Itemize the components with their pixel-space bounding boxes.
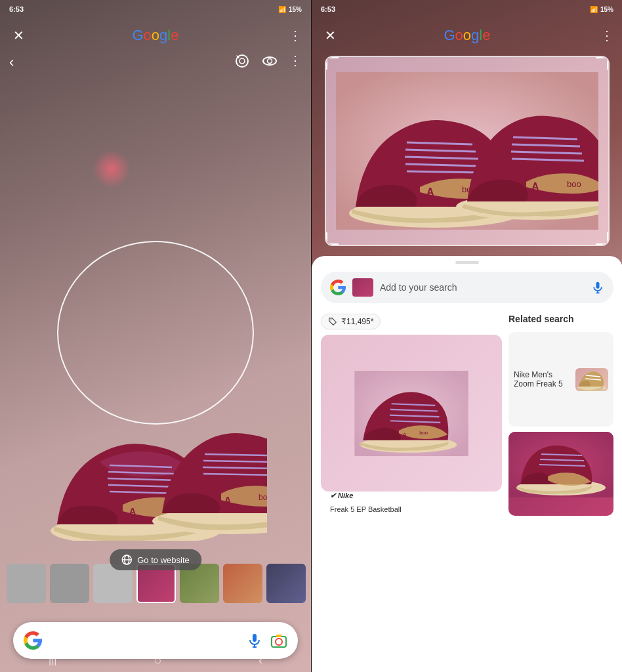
svg-point-3 — [268, 59, 272, 64]
related-shoe-image-2 — [508, 432, 613, 516]
lens-icon[interactable] — [234, 52, 251, 70]
right-battery-text: 15% — [600, 6, 613, 13]
left-back-button[interactable]: ‹ — [9, 54, 14, 71]
right-panel: 6:53 📶 15% ✕ Google ⋮ — [312, 0, 622, 672]
thumb-7[interactable] — [266, 564, 306, 603]
svg-text:A: A — [531, 181, 539, 192]
svg-text:A: A — [426, 186, 434, 198]
left-nav-menu[interactable]: ||| — [49, 654, 56, 666]
pink-glow — [92, 151, 131, 187]
left-camera-icon[interactable] — [270, 632, 287, 649]
svg-rect-44 — [596, 282, 600, 289]
eye-icon[interactable] — [261, 52, 278, 70]
right-selected-image: A boo A boo — [325, 56, 610, 246]
price-badge[interactable]: ₹11,495* — [321, 314, 381, 329]
svg-text:A: A — [224, 495, 231, 505]
bottom-sheet: Add to your search ₹11,495* — [312, 256, 622, 672]
left-results: ₹11,495* — [321, 314, 502, 516]
right-nav-home[interactable]: ○ — [541, 653, 549, 668]
svg-point-26 — [276, 639, 282, 645]
right-status-bar: 6:53 📶 15% — [312, 0, 622, 18]
left-time: 6:53 — [9, 5, 24, 13]
right-results: Related search Nike Men's Zoom Freak 5 — [508, 314, 613, 516]
right-mic-icon[interactable] — [591, 281, 604, 294]
product-card[interactable]: A boo — [321, 335, 502, 492]
right-google-title: Google — [444, 27, 490, 44]
left-header: ✕ Google ⋮ — [0, 18, 311, 52]
svg-text:A: A — [129, 506, 136, 516]
right-time: 6:53 — [321, 5, 335, 13]
related-item-2[interactable] — [508, 432, 613, 516]
right-signal-icon: 📶 — [590, 6, 598, 13]
right-header: ✕ Google ⋮ — [312, 18, 622, 52]
tag-icon — [328, 317, 337, 326]
related-shoe-image-1 — [575, 368, 608, 391]
svg-text:A: A — [402, 430, 407, 438]
left-nav-home[interactable]: ○ — [154, 653, 161, 668]
thumb-2[interactable] — [50, 564, 89, 603]
google-logo — [24, 631, 42, 650]
left-more-button[interactable]: ⋮ — [289, 28, 302, 43]
left-close-button[interactable]: ✕ — [9, 26, 28, 45]
go-to-website-label: Go to website — [137, 555, 190, 565]
left-status-icons: 📶 15% — [278, 6, 302, 13]
left-status-bar: 6:53 📶 15% — [0, 0, 311, 18]
battery-text: 15% — [289, 6, 302, 13]
sheet-google-logo — [330, 280, 346, 295]
right-more-button[interactable]: ⋮ — [600, 28, 613, 43]
price-text: ₹11,495* — [341, 317, 373, 326]
svg-rect-22 — [253, 634, 257, 642]
sheet-search-bar[interactable]: Add to your search — [321, 272, 613, 303]
signal-icon: 📶 — [278, 6, 286, 13]
right-shoe-image: A boo A boo — [326, 57, 608, 245]
product-image-area: A boo — [321, 335, 502, 492]
left-mic-icon[interactable] — [247, 633, 262, 648]
left-main-image: A boo A boo — [0, 66, 311, 600]
search-placeholder-text[interactable]: Add to your search — [380, 282, 585, 293]
nike-brand: ✔ Nike — [330, 492, 353, 500]
related-item-1-label: Nike Men's Zoom Freak 5 — [514, 370, 571, 388]
svg-text:boo: boo — [259, 493, 267, 502]
left-panel: 6:53 📶 15% ✕ Google ⋮ ‹ ⋮ — [0, 0, 311, 672]
sheet-handle — [455, 261, 479, 264]
go-to-website-button[interactable]: Go to website — [110, 549, 201, 570]
right-bottom-nav: ||| ○ — [312, 648, 622, 672]
product-name-text: Freak 5 EP Basketball — [321, 505, 502, 516]
shoe-thumbnail-small — [352, 278, 373, 297]
toolbar-more-button[interactable]: ⋮ — [289, 52, 302, 70]
left-bottom-nav: ||| ○ ‹ — [0, 648, 311, 672]
circle-selection — [57, 241, 254, 425]
left-toolbar: ⋮ — [234, 52, 302, 70]
left-nav-back[interactable]: ‹ — [259, 654, 262, 667]
svg-line-34 — [407, 171, 482, 173]
right-nav-menu[interactable]: ||| — [385, 654, 393, 666]
svg-point-47 — [331, 320, 332, 321]
right-close-button[interactable]: ✕ — [321, 26, 339, 45]
related-item-1[interactable]: Nike Men's Zoom Freak 5 — [508, 332, 613, 427]
left-google-title: Google — [132, 27, 178, 44]
globe-icon — [121, 555, 132, 565]
results-area: ₹11,495* — [312, 310, 622, 520]
svg-rect-27 — [276, 635, 281, 637]
thumb-1[interactable] — [7, 564, 46, 603]
svg-text:boo: boo — [567, 179, 581, 189]
related-search-title: Related search — [508, 314, 613, 324]
svg-point-1 — [239, 58, 245, 64]
thumb-6[interactable] — [223, 564, 262, 603]
svg-text:boo: boo — [419, 430, 428, 436]
right-status-icons: 📶 15% — [590, 6, 613, 13]
product-info: ✔ Nike — [321, 492, 502, 505]
